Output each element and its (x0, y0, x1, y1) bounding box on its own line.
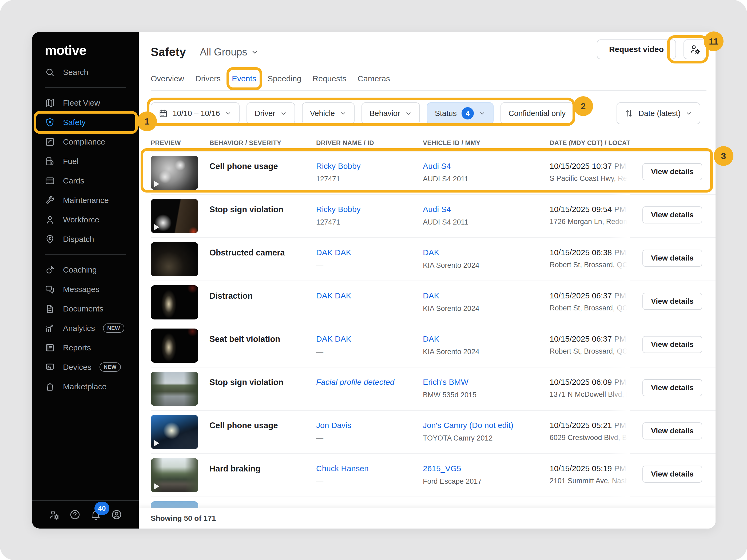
table-row: Cell phone usage Ricky Bobby127471 Audi … (151, 152, 716, 195)
driver-flag-link[interactable]: Facial profile detected (316, 378, 394, 386)
driver-id: — (316, 261, 423, 270)
tab-overview[interactable]: Overview (151, 74, 184, 83)
fuel-pump-icon (45, 156, 55, 166)
sidebar-item-label: Dispatch (63, 235, 94, 244)
driver-link[interactable]: Jon Davis (316, 421, 351, 430)
document-icon (45, 304, 55, 314)
sidebar-item-cards[interactable]: Cards (32, 171, 139, 190)
event-thumbnail[interactable] (151, 372, 198, 406)
vehicle-filter-label: Vehicle (310, 109, 335, 118)
tab-requests[interactable]: Requests (313, 74, 346, 83)
sidebar-item-analytics[interactable]: Analytics NEW (32, 318, 139, 338)
sidebar-divider (45, 254, 126, 255)
main-content: Safety All Groups Request video Overview… (139, 32, 716, 529)
sidebar-item-documents[interactable]: Documents (32, 299, 139, 318)
view-details-button[interactable]: View details (642, 379, 702, 396)
account-button[interactable] (111, 509, 122, 520)
vehicle-link[interactable]: DAK (423, 335, 439, 343)
event-thumbnail[interactable] (151, 458, 198, 492)
vehicle-mmy: TOYOTA Camry 2012 (423, 434, 549, 443)
tab-drivers[interactable]: Drivers (195, 74, 221, 83)
table-row: Distraction DAK DAK— DAKKIA Sorento 2024… (151, 281, 716, 324)
notification-count-badge: 40 (95, 502, 109, 515)
sidebar-item-label: Marketplace (63, 382, 106, 391)
sidebar-item-safety[interactable]: Safety (32, 112, 139, 132)
sidebar-item-devices[interactable]: Devices NEW (32, 357, 139, 377)
driver-link[interactable]: DAK DAK (316, 248, 351, 257)
view-details-button[interactable]: View details (642, 465, 702, 483)
sidebar-item-label: Documents (63, 304, 104, 313)
chevron-down-icon (251, 48, 259, 56)
vehicle-link[interactable]: 2615_VG5 (423, 464, 461, 473)
driver-id: — (316, 304, 423, 313)
sidebar-item-search[interactable]: Search (32, 62, 139, 82)
sidebar-item-label: Fuel (63, 157, 78, 166)
vehicle-link[interactable]: DAK (423, 248, 439, 257)
sidebar-item-reports[interactable]: Reports (32, 338, 139, 357)
date-range-filter[interactable]: 10/10 – 10/16 (151, 102, 239, 124)
table-row: Seat belt violation DAK DAK— DAKKIA Sore… (151, 324, 716, 368)
driver-settings-button[interactable] (684, 39, 706, 59)
sidebar-item-fleet-view[interactable]: Fleet View (32, 93, 139, 112)
sidebar-item-compliance[interactable]: Compliance (32, 132, 139, 152)
notifications-button[interactable]: 40 (90, 509, 101, 520)
tab-events[interactable]: Events (232, 74, 256, 83)
tab-cameras[interactable]: Cameras (358, 74, 390, 83)
driver-id: — (316, 348, 423, 356)
vehicle-link[interactable]: Audi S4 (423, 162, 451, 170)
admin-button[interactable] (49, 509, 60, 520)
help-button[interactable] (69, 509, 81, 520)
tab-speeding[interactable]: Speeding (267, 74, 302, 83)
event-thumbnail[interactable] (151, 285, 198, 319)
view-details-button[interactable]: View details (642, 422, 702, 439)
event-thumbnail[interactable] (151, 415, 198, 449)
vehicle-filter[interactable]: Vehicle (302, 102, 355, 124)
vehicle-mmy: AUDI S4 2011 (423, 218, 549, 226)
event-thumbnail[interactable] (151, 242, 198, 276)
driver-link[interactable]: Ricky Bobby (316, 162, 361, 170)
vehicle-link[interactable]: Audi S4 (423, 205, 451, 214)
sidebar-item-maintenance[interactable]: Maintenance (32, 190, 139, 210)
date-range-label: 10/10 – 10/16 (173, 109, 220, 118)
annotation-callout-11: 11 (704, 31, 723, 51)
column-header-preview: PREVIEW (151, 139, 209, 146)
account-circle-icon (111, 509, 122, 520)
sidebar-item-label: Maintenance (63, 196, 109, 205)
driver-link[interactable]: DAK DAK (316, 291, 351, 300)
behavior-filter[interactable]: Behavior (361, 102, 420, 124)
behavior-label: Obstructed camera (209, 248, 316, 258)
event-thumbnail[interactable] (151, 328, 198, 363)
view-details-button[interactable]: View details (642, 336, 702, 353)
view-details-button[interactable]: View details (642, 293, 702, 310)
request-video-button[interactable]: Request video (597, 39, 676, 59)
view-details-button[interactable]: View details (642, 163, 702, 180)
behavior-label: Stop sign violation (209, 205, 316, 214)
view-details-button[interactable]: View details (642, 249, 702, 267)
table-row: Obstructed camera DAK DAK— DAKKIA Sorent… (151, 238, 716, 281)
status-filter[interactable]: Status 4 (427, 102, 494, 124)
view-details-button[interactable]: View details (642, 206, 702, 223)
vehicle-link[interactable]: Erich's BMW (423, 378, 468, 386)
driver-link[interactable]: Ricky Bobby (316, 205, 361, 214)
vehicle-mmy: KIA Sorento 2024 (423, 261, 549, 270)
event-thumbnail[interactable] (151, 156, 198, 190)
sidebar-item-label: Search (63, 68, 88, 77)
driver-link[interactable]: Chuck Hansen (316, 464, 369, 473)
vehicle-mmy: KIA Sorento 2024 (423, 348, 549, 356)
sidebar-item-fuel[interactable]: Fuel (32, 152, 139, 171)
group-selector[interactable]: All Groups (198, 46, 260, 58)
status-count-badge: 4 (462, 107, 474, 119)
driver-link[interactable]: DAK DAK (316, 335, 351, 343)
sidebar-item-marketplace[interactable]: Marketplace (32, 377, 139, 396)
sidebar-item-messages[interactable]: Messages (32, 279, 139, 299)
driver-filter-label: Driver (255, 109, 275, 118)
vehicle-link[interactable]: DAK (423, 291, 439, 300)
driver-filter[interactable]: Driver (247, 102, 295, 124)
confidential-only-filter[interactable]: Confidential only (500, 102, 573, 124)
vehicle-link[interactable]: Jon's Camry (Do not edit) (423, 421, 513, 430)
sort-selector[interactable]: Date (latest) (617, 102, 700, 124)
sidebar-item-workforce[interactable]: Workforce (32, 210, 139, 229)
sidebar-item-coaching[interactable]: Coaching (32, 260, 139, 279)
event-thumbnail[interactable] (151, 199, 198, 233)
sidebar-item-dispatch[interactable]: Dispatch (32, 229, 139, 249)
